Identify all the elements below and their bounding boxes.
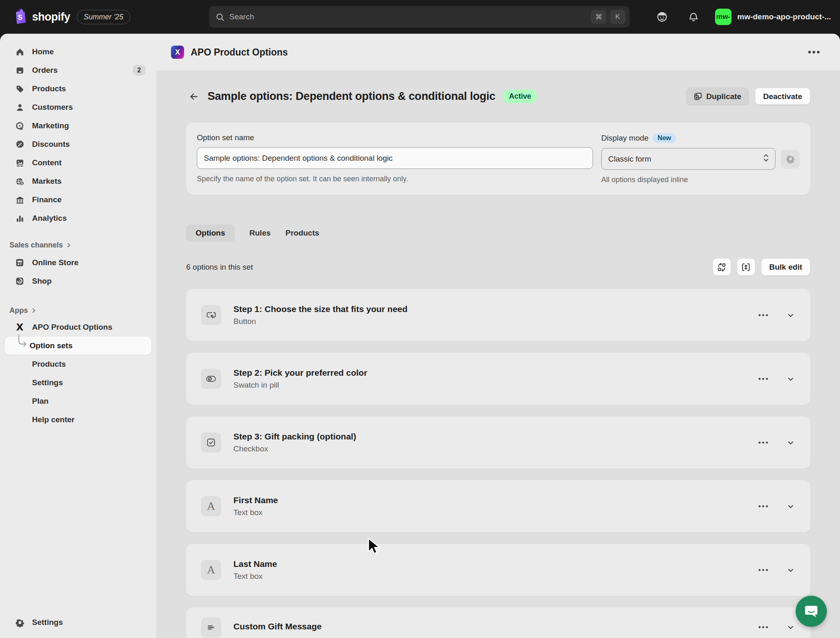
chat-launcher-button[interactable] [796,596,827,627]
marketing-icon [14,120,25,131]
sidebar-item-app-settings[interactable]: Settings [5,374,151,392]
chat-bubble-icon [803,603,819,620]
sidebar-item-marketing[interactable]: Marketing [5,117,151,135]
home-icon [14,46,25,57]
arrow-left-icon [189,91,199,102]
search-icon [216,13,224,21]
sidebar-item-markets[interactable]: $ Markets [5,172,151,190]
sidebar-item-online-store[interactable]: Online Store [5,254,151,272]
sidebar-item-app-products[interactable]: Products [5,355,151,373]
duplicate-icon [694,92,702,101]
page-title: Sample options: Dependent options & cond… [208,90,495,103]
tab-products[interactable]: Products [286,224,319,242]
shopify-bag-icon: S [13,8,28,26]
svg-text:$: $ [21,181,23,185]
markets-icon: $ [14,176,25,187]
sidebar-item-products[interactable]: Products [5,80,151,98]
sidebar-item-option-sets[interactable]: Option sets [5,337,151,355]
app-title: APO Product Options [191,47,288,58]
row-overflow-menu[interactable]: ••• [758,311,769,319]
sidebar-item-customers[interactable]: Customers [5,98,151,116]
deactivate-button[interactable]: Deactivate [755,88,810,105]
option-type: Swatch in pill [233,381,367,390]
apps-header[interactable]: Apps [0,304,156,317]
row-overflow-menu[interactable]: ••• [758,502,769,511]
option-type: Button [233,317,408,326]
sidebar-item-app-plan[interactable]: Plan [5,392,151,410]
sidebar-item-home[interactable]: Home [5,43,151,61]
row-overflow-menu[interactable]: ••• [758,375,769,383]
apo-app-logo-icon: X [14,322,25,333]
search-placeholder: Search [229,12,588,21]
chevron-down-icon[interactable] [787,623,795,631]
duplicate-button[interactable]: Duplicate [686,88,749,105]
option-rows-list: Step 1: Choose the size that fits your n… [186,289,810,638]
chevron-down-icon[interactable] [787,311,795,319]
option-row[interactable]: Step 2: Pick your preferred color Swatch… [186,353,810,405]
expand-collapse-all-button[interactable] [737,258,755,276]
orders-count-badge: 2 [133,65,145,76]
back-button[interactable] [186,89,202,104]
option-set-settings-card: Option set name Specify the name of the … [186,123,810,195]
new-badge: New [653,133,676,143]
sidebar-item-finance[interactable]: Finance [5,191,151,209]
products-icon [14,83,25,94]
row-overflow-menu[interactable]: ••• [758,439,769,447]
option-title: Last Name [233,559,277,569]
sidebar-item-content[interactable]: Content [5,154,151,172]
gear-icon [786,154,795,164]
option-row[interactable]: Step 1: Choose the size that fits your n… [186,289,810,341]
option-title: First Name [233,495,278,505]
chevron-down-icon[interactable] [787,439,795,447]
display-mode-select[interactable]: Classic form [601,148,775,170]
sidekick-icon[interactable] [656,11,668,23]
option-row[interactable]: A Last Name Text box ••• [186,544,810,596]
letter-a-icon: A [201,496,221,516]
tab-rules[interactable]: Rules [249,224,271,242]
option-set-name-help: Specify the name of the option set. It c… [197,175,593,183]
discounts-icon [14,139,25,150]
tab-options[interactable]: Options [186,224,235,242]
sidebar: Home Orders 2 Products Customers Marketi… [0,34,156,638]
option-row[interactable]: A First Name Text box ••• [186,480,810,532]
bulk-edit-button[interactable]: Bulk edit [761,258,810,276]
chevron-right-icon [66,243,72,248]
swatch-icon [201,369,221,389]
sidebar-item-settings[interactable]: Settings [5,613,151,631]
chevron-down-icon[interactable] [787,566,795,574]
option-row[interactable]: Step 3: Gift packing (optional) Checkbox… [186,416,810,469]
option-title: Custom Gift Message [233,622,322,631]
sidebar-item-analytics[interactable]: Analytics [5,209,151,227]
sidebar-item-apo-app[interactable]: X APO Product Options [5,318,151,336]
app-overflow-menu[interactable]: ••• [808,47,821,58]
main-content: X APO Product Options ••• Sample options… [156,34,840,638]
row-overflow-menu[interactable]: ••• [758,623,769,631]
chevron-down-icon[interactable] [787,502,795,511]
sidebar-item-discounts[interactable]: Discounts [5,135,151,153]
option-title: Step 3: Gift packing (optional) [233,432,356,442]
sidebar-item-shop[interactable]: Shop [5,272,151,290]
display-mode-label: Display mode [601,134,648,143]
online-store-icon [14,257,25,268]
store-name[interactable]: mw-demo-apo-product-... [737,12,831,21]
store-avatar[interactable]: mw- [715,9,732,25]
search-input[interactable]: Search ⌘ K [209,6,630,28]
notifications-bell-icon[interactable] [687,11,699,23]
option-row[interactable]: Custom Gift Message ••• [186,608,810,638]
shopify-logo[interactable]: S shopify [13,8,70,26]
row-overflow-menu[interactable]: ••• [758,566,769,574]
sidebar-item-orders[interactable]: Orders 2 [5,61,151,79]
option-set-name-input[interactable] [197,147,593,169]
option-type: Checkbox [233,444,356,453]
display-mode-settings-button[interactable] [781,150,800,169]
chevron-down-icon[interactable] [787,375,795,383]
sidebar-item-app-help-center[interactable]: Help center [5,411,151,429]
shopify-wordmark: shopify [32,11,70,23]
select-caret-icon [763,153,769,164]
tabs: Options Rules Products [186,224,810,242]
apo-app-icon: X [171,46,184,59]
reorder-options-button[interactable] [713,258,731,276]
option-title: Step 1: Choose the size that fits your n… [233,304,408,314]
sales-channels-header[interactable]: Sales channels [0,239,156,251]
topbar: S shopify Summer '25 Search ⌘ K [0,0,840,34]
